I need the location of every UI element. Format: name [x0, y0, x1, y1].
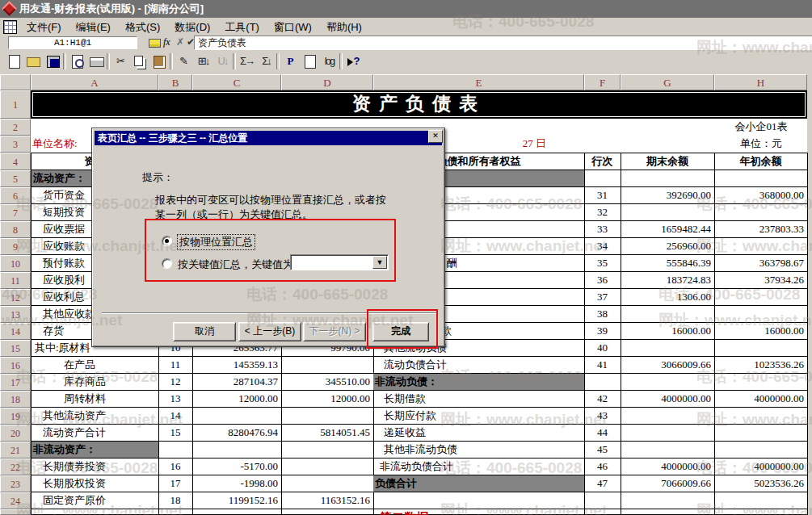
row-header-7[interactable]: 7 — [0, 204, 31, 221]
row-header-5[interactable]: 5 — [0, 170, 31, 187]
cell-H11[interactable]: 37934.26 — [714, 272, 808, 289]
dialog-titlebar[interactable]: 表页汇总 -- 三步骤之三 -- 汇总位置 — [95, 131, 442, 145]
row-header-8[interactable]: 8 — [0, 221, 31, 238]
col-header-H[interactable]: H — [714, 74, 807, 90]
cell-B25[interactable] — [158, 509, 193, 515]
menu-item-6[interactable]: 窗口(W) — [267, 18, 319, 36]
cell-G6[interactable]: 392690.00 — [621, 187, 715, 204]
cell-G8[interactable]: 1659482.44 — [621, 221, 715, 238]
cancel-entry-icon[interactable]: ✗ — [176, 36, 184, 49]
col-header-D[interactable]: D — [281, 74, 373, 90]
col-header-E[interactable]: E — [373, 74, 584, 90]
cell-H14[interactable]: 16000.00 — [714, 323, 808, 340]
cell-F19[interactable]: 43 — [584, 408, 621, 425]
cut-icon[interactable]: ✂ — [111, 52, 130, 70]
row-header-17[interactable]: 17 — [0, 374, 31, 391]
row-header-18[interactable]: 18 — [0, 391, 31, 408]
print-icon[interactable] — [87, 52, 106, 70]
cell-E19[interactable]: 长期应付款 — [373, 408, 585, 425]
log-icon[interactable]: log — [320, 52, 339, 70]
cell-C17[interactable]: 287104.37 — [192, 374, 282, 391]
menu-item-5[interactable]: 工具(T) — [217, 18, 267, 36]
cell-C18[interactable]: 12000.00 — [192, 391, 282, 408]
sum-row-icon[interactable]: Σ→ — [238, 52, 256, 70]
cell-F12[interactable]: 37 — [584, 289, 621, 306]
cell-H18[interactable]: 4000000.00 — [714, 391, 808, 408]
cell-F14[interactable]: 39 — [584, 323, 621, 340]
cell-E24[interactable] — [373, 492, 585, 509]
cell-F20[interactable]: 44 — [584, 425, 621, 442]
col-header-C[interactable]: C — [192, 74, 281, 90]
col-header-A[interactable]: A — [31, 74, 158, 90]
cancel-button[interactable]: 取消 — [173, 322, 236, 341]
cell-B22[interactable]: 16 — [158, 458, 193, 475]
save-icon[interactable] — [44, 52, 62, 70]
cell-B20[interactable]: 15 — [158, 425, 193, 442]
cell-H24[interactable] — [714, 492, 808, 509]
row-header-11[interactable]: 11 — [0, 272, 31, 289]
row-header-3[interactable]: 3 — [0, 136, 31, 153]
cell-H25[interactable] — [714, 509, 808, 515]
cell-F15[interactable]: 40 — [584, 340, 621, 357]
row-header-10[interactable]: 10 — [0, 255, 31, 272]
cell-A24[interactable]: 固定资产原价 — [31, 492, 159, 509]
cell-E21[interactable]: 其他非流动负债 — [373, 442, 585, 458]
cell-name-box[interactable]: A1:H1@1 — [8, 36, 137, 49]
cell-H10[interactable]: 363798.67 — [714, 255, 808, 272]
cell-F25[interactable] — [584, 509, 621, 515]
cell-G13[interactable] — [621, 306, 715, 323]
cell-E16[interactable]: 流动负债合计 — [373, 357, 585, 374]
cell-H3[interactable]: 单位：元 — [714, 136, 808, 153]
cell-G9[interactable]: 256960.00 — [621, 238, 715, 255]
cell-F5[interactable] — [584, 170, 621, 187]
cell-G21[interactable] — [621, 442, 715, 458]
cell-F11[interactable]: 36 — [584, 272, 621, 289]
cell-H20[interactable] — [714, 425, 808, 442]
menu-item-2[interactable]: 编辑(E) — [69, 18, 118, 36]
cell-G11[interactable]: 183724.83 — [621, 272, 715, 289]
cell-F24[interactable] — [584, 492, 621, 509]
cell-H9[interactable] — [714, 238, 808, 255]
cell-G17[interactable] — [621, 374, 715, 391]
cell-A17[interactable]: 库存商品 — [31, 374, 159, 391]
row-header-9[interactable]: 9 — [0, 238, 31, 255]
cell-G18[interactable]: 4000000.00 — [621, 391, 715, 408]
cell-H19[interactable] — [714, 408, 808, 425]
row-header-15[interactable]: 15 — [0, 340, 31, 357]
cell-F8[interactable]: 33 — [584, 221, 621, 238]
cell-G24[interactable] — [621, 492, 715, 509]
cell-B19[interactable]: 14 — [158, 408, 193, 425]
cell-F10[interactable]: 35 — [584, 255, 621, 272]
cell-H21[interactable] — [714, 442, 808, 458]
keyboard-icon[interactable] — [149, 39, 161, 48]
cell-H6[interactable]: 368000.00 — [714, 187, 808, 204]
cell-H7[interactable] — [714, 204, 808, 221]
cell-H22[interactable]: 4000000.00 — [714, 458, 808, 475]
row-header-4[interactable]: 4 — [0, 153, 31, 170]
row-header-22[interactable]: 22 — [0, 458, 31, 475]
cell-H16[interactable]: 1023536.26 — [714, 357, 808, 374]
row-header-2[interactable]: 2 — [0, 119, 31, 136]
select-all-corner[interactable] — [0, 74, 31, 90]
cell-F9[interactable]: 34 — [584, 238, 621, 255]
cell-A21[interactable]: 非流动资产： — [31, 442, 159, 458]
cell-D22[interactable] — [281, 458, 374, 475]
cell-D21[interactable] — [281, 442, 374, 458]
cell-H12[interactable] — [714, 289, 808, 306]
cell-E18[interactable]: 长期借款 — [373, 391, 585, 408]
cell-B17[interactable]: 12 — [158, 374, 193, 391]
row-header-13[interactable]: 13 — [0, 306, 31, 323]
cancel-summarize-icon[interactable]: U↓ — [213, 52, 232, 70]
cell-F16[interactable]: 41 — [584, 357, 621, 374]
cell-D23[interactable] — [281, 475, 374, 492]
cell-D18[interactable]: 12000.00 — [281, 391, 374, 408]
cell-A20[interactable]: 流动资产合计 — [31, 425, 159, 442]
cell-B16[interactable]: 11 — [158, 357, 193, 374]
cell-G12[interactable]: 1306.00 — [621, 289, 715, 306]
cell-B18[interactable]: 13 — [158, 391, 193, 408]
cell-G20[interactable] — [621, 425, 715, 442]
row-header-14[interactable]: 14 — [0, 323, 31, 340]
format-painter-icon[interactable]: ✎ — [175, 52, 193, 70]
cell-G7[interactable] — [621, 204, 715, 221]
cell-B24[interactable]: 18 — [158, 492, 193, 509]
